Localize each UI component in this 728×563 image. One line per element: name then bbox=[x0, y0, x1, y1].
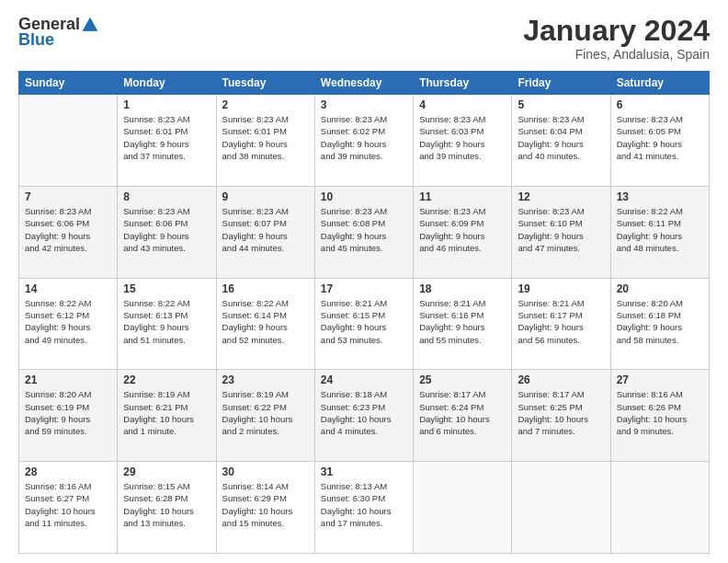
logo: General Blue bbox=[18, 15, 100, 50]
day-info: Sunrise: 8:23 AM Sunset: 6:01 PM Dayligh… bbox=[123, 113, 210, 162]
calendar-cell: 26Sunrise: 8:17 AM Sunset: 6:25 PM Dayli… bbox=[512, 370, 610, 462]
day-info: Sunrise: 8:19 AM Sunset: 6:21 PM Dayligh… bbox=[123, 388, 210, 437]
day-number: 28 bbox=[25, 465, 111, 478]
title-block: January 2024 Fines, Andalusia, Spain bbox=[523, 15, 710, 62]
column-header-monday: Monday bbox=[118, 72, 216, 95]
day-number: 24 bbox=[321, 373, 407, 386]
calendar-cell: 11Sunrise: 8:23 AM Sunset: 6:09 PM Dayli… bbox=[414, 186, 512, 278]
day-info: Sunrise: 8:21 AM Sunset: 6:16 PM Dayligh… bbox=[419, 297, 506, 346]
day-number: 25 bbox=[419, 373, 506, 386]
calendar-title: January 2024 bbox=[523, 15, 710, 47]
day-info: Sunrise: 8:23 AM Sunset: 6:01 PM Dayligh… bbox=[222, 113, 309, 162]
day-info: Sunrise: 8:23 AM Sunset: 6:08 PM Dayligh… bbox=[321, 205, 407, 254]
day-number: 21 bbox=[25, 373, 111, 386]
day-number: 30 bbox=[222, 465, 309, 478]
day-number: 23 bbox=[222, 373, 309, 386]
calendar-cell: 17Sunrise: 8:21 AM Sunset: 6:15 PM Dayli… bbox=[314, 278, 413, 370]
calendar-header-row: SundayMondayTuesdayWednesdayThursdayFrid… bbox=[19, 72, 710, 95]
day-number: 20 bbox=[617, 282, 703, 295]
calendar-cell: 21Sunrise: 8:20 AM Sunset: 6:19 PM Dayli… bbox=[19, 370, 118, 462]
day-number: 14 bbox=[25, 282, 111, 295]
day-info: Sunrise: 8:20 AM Sunset: 6:18 PM Dayligh… bbox=[617, 297, 703, 346]
day-number: 13 bbox=[617, 190, 703, 203]
calendar-cell: 8Sunrise: 8:23 AM Sunset: 6:06 PM Daylig… bbox=[118, 186, 216, 278]
day-number: 6 bbox=[617, 98, 703, 111]
day-info: Sunrise: 8:16 AM Sunset: 6:27 PM Dayligh… bbox=[25, 480, 111, 529]
calendar-cell: 6Sunrise: 8:23 AM Sunset: 6:05 PM Daylig… bbox=[610, 95, 709, 187]
calendar-cell: 15Sunrise: 8:22 AM Sunset: 6:13 PM Dayli… bbox=[118, 278, 216, 370]
column-header-friday: Friday bbox=[512, 72, 610, 95]
calendar-cell: 31Sunrise: 8:13 AM Sunset: 6:30 PM Dayli… bbox=[314, 462, 413, 554]
calendar-week-row: 1Sunrise: 8:23 AM Sunset: 6:01 PM Daylig… bbox=[19, 95, 710, 187]
column-header-tuesday: Tuesday bbox=[216, 72, 314, 95]
calendar-cell: 30Sunrise: 8:14 AM Sunset: 6:29 PM Dayli… bbox=[216, 462, 314, 554]
calendar-cell: 3Sunrise: 8:23 AM Sunset: 6:02 PM Daylig… bbox=[314, 95, 413, 187]
day-info: Sunrise: 8:23 AM Sunset: 6:05 PM Dayligh… bbox=[617, 113, 703, 162]
day-number: 29 bbox=[123, 465, 210, 478]
day-number: 17 bbox=[321, 282, 407, 295]
day-number: 16 bbox=[222, 282, 309, 295]
day-info: Sunrise: 8:21 AM Sunset: 6:15 PM Dayligh… bbox=[321, 297, 407, 346]
day-info: Sunrise: 8:19 AM Sunset: 6:22 PM Dayligh… bbox=[222, 388, 309, 437]
calendar-cell: 4Sunrise: 8:23 AM Sunset: 6:03 PM Daylig… bbox=[414, 95, 512, 187]
day-number: 27 bbox=[617, 373, 703, 386]
calendar-cell: 25Sunrise: 8:17 AM Sunset: 6:24 PM Dayli… bbox=[414, 370, 512, 462]
day-info: Sunrise: 8:21 AM Sunset: 6:17 PM Dayligh… bbox=[518, 297, 604, 346]
day-info: Sunrise: 8:18 AM Sunset: 6:23 PM Dayligh… bbox=[321, 388, 407, 437]
calendar-table: SundayMondayTuesdayWednesdayThursdayFrid… bbox=[18, 71, 710, 554]
calendar-cell: 20Sunrise: 8:20 AM Sunset: 6:18 PM Dayli… bbox=[610, 278, 709, 370]
header: General Blue January 2024 Fines, Andalus… bbox=[18, 15, 710, 62]
day-info: Sunrise: 8:23 AM Sunset: 6:02 PM Dayligh… bbox=[321, 113, 407, 162]
calendar-week-row: 7Sunrise: 8:23 AM Sunset: 6:06 PM Daylig… bbox=[19, 186, 710, 278]
day-number: 7 bbox=[25, 190, 111, 203]
day-number: 2 bbox=[222, 98, 309, 111]
calendar-cell: 1Sunrise: 8:23 AM Sunset: 6:01 PM Daylig… bbox=[118, 95, 216, 187]
calendar-cell: 23Sunrise: 8:19 AM Sunset: 6:22 PM Dayli… bbox=[216, 370, 314, 462]
page: General Blue January 2024 Fines, Andalus… bbox=[0, 0, 728, 563]
day-number: 18 bbox=[419, 282, 506, 295]
day-info: Sunrise: 8:13 AM Sunset: 6:30 PM Dayligh… bbox=[321, 480, 407, 529]
day-info: Sunrise: 8:22 AM Sunset: 6:14 PM Dayligh… bbox=[222, 297, 309, 346]
day-info: Sunrise: 8:20 AM Sunset: 6:19 PM Dayligh… bbox=[25, 388, 111, 437]
day-number: 11 bbox=[419, 190, 506, 203]
calendar-cell: 7Sunrise: 8:23 AM Sunset: 6:06 PM Daylig… bbox=[19, 186, 118, 278]
calendar-subtitle: Fines, Andalusia, Spain bbox=[523, 47, 710, 62]
calendar-cell: 13Sunrise: 8:22 AM Sunset: 6:11 PM Dayli… bbox=[610, 186, 709, 278]
calendar-cell: 27Sunrise: 8:16 AM Sunset: 6:26 PM Dayli… bbox=[610, 370, 709, 462]
calendar-week-row: 28Sunrise: 8:16 AM Sunset: 6:27 PM Dayli… bbox=[19, 462, 710, 554]
day-info: Sunrise: 8:22 AM Sunset: 6:12 PM Dayligh… bbox=[25, 297, 111, 346]
day-info: Sunrise: 8:23 AM Sunset: 6:10 PM Dayligh… bbox=[518, 205, 604, 254]
day-number: 31 bbox=[321, 465, 407, 478]
calendar-cell bbox=[610, 462, 709, 554]
calendar-cell: 19Sunrise: 8:21 AM Sunset: 6:17 PM Dayli… bbox=[512, 278, 610, 370]
day-info: Sunrise: 8:23 AM Sunset: 6:03 PM Dayligh… bbox=[419, 113, 506, 162]
day-number: 5 bbox=[518, 98, 604, 111]
day-info: Sunrise: 8:23 AM Sunset: 6:07 PM Dayligh… bbox=[222, 205, 309, 254]
calendar-cell bbox=[19, 95, 118, 187]
calendar-cell bbox=[512, 462, 610, 554]
calendar-week-row: 21Sunrise: 8:20 AM Sunset: 6:19 PM Dayli… bbox=[19, 370, 710, 462]
logo-icon bbox=[81, 16, 99, 34]
calendar-cell: 29Sunrise: 8:15 AM Sunset: 6:28 PM Dayli… bbox=[118, 462, 216, 554]
column-header-sunday: Sunday bbox=[19, 72, 118, 95]
day-number: 26 bbox=[518, 373, 604, 386]
column-header-wednesday: Wednesday bbox=[314, 72, 413, 95]
day-info: Sunrise: 8:22 AM Sunset: 6:13 PM Dayligh… bbox=[123, 297, 210, 346]
day-number: 8 bbox=[123, 190, 210, 203]
day-number: 9 bbox=[222, 190, 309, 203]
day-number: 19 bbox=[518, 282, 604, 295]
day-number: 1 bbox=[123, 98, 210, 111]
calendar-week-row: 14Sunrise: 8:22 AM Sunset: 6:12 PM Dayli… bbox=[19, 278, 710, 370]
day-info: Sunrise: 8:23 AM Sunset: 6:06 PM Dayligh… bbox=[25, 205, 111, 254]
calendar-cell: 2Sunrise: 8:23 AM Sunset: 6:01 PM Daylig… bbox=[216, 95, 314, 187]
calendar-cell: 16Sunrise: 8:22 AM Sunset: 6:14 PM Dayli… bbox=[216, 278, 314, 370]
day-info: Sunrise: 8:16 AM Sunset: 6:26 PM Dayligh… bbox=[617, 388, 703, 437]
day-number: 10 bbox=[321, 190, 407, 203]
day-info: Sunrise: 8:15 AM Sunset: 6:28 PM Dayligh… bbox=[123, 480, 210, 529]
day-info: Sunrise: 8:23 AM Sunset: 6:04 PM Dayligh… bbox=[518, 113, 604, 162]
calendar-cell: 22Sunrise: 8:19 AM Sunset: 6:21 PM Dayli… bbox=[118, 370, 216, 462]
calendar-cell: 10Sunrise: 8:23 AM Sunset: 6:08 PM Dayli… bbox=[314, 186, 413, 278]
calendar-cell: 5Sunrise: 8:23 AM Sunset: 6:04 PM Daylig… bbox=[512, 95, 610, 187]
calendar-cell: 14Sunrise: 8:22 AM Sunset: 6:12 PM Dayli… bbox=[19, 278, 118, 370]
column-header-saturday: Saturday bbox=[610, 72, 709, 95]
